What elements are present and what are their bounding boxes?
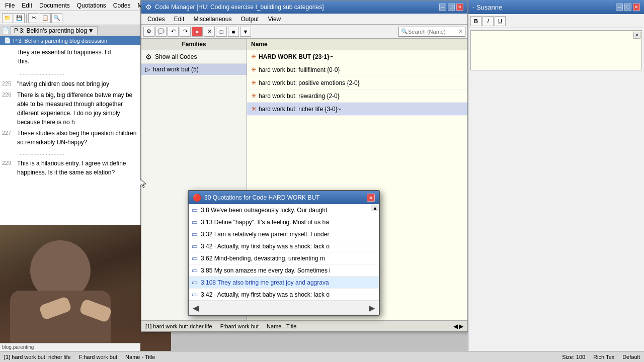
quote-icon-7: ▭ bbox=[192, 291, 198, 298]
cm-tool-2[interactable]: 💬 bbox=[155, 27, 167, 37]
toolbar-btn-2[interactable]: 💾 bbox=[14, 13, 25, 23]
line-225: 225 bbox=[2, 79, 17, 88]
dialog-nav-left[interactable]: ◀ bbox=[193, 303, 199, 313]
menu-codes[interactable]: Codes bbox=[110, 1, 134, 10]
right-tool-italic[interactable]: I bbox=[482, 16, 494, 26]
cm-status-bar: [1] hard work but: richer life F:hard wo… bbox=[141, 320, 467, 331]
quote-icon-5: ▭ bbox=[192, 266, 198, 274]
status-item-2: F:hard work but bbox=[79, 354, 117, 360]
family-label: hard work but (5) bbox=[153, 66, 199, 73]
status-scroll-left[interactable]: ◀ bbox=[453, 323, 458, 330]
doc-selector[interactable]: P 3: Belkin's parenting blog ▼ bbox=[11, 26, 98, 35]
doc-active-tab[interactable]: 📄 P 3: Belkin's parenting blog discussio… bbox=[0, 36, 140, 45]
quote-item-5[interactable]: ▭ 3:85 My son amazes me every day. Somet… bbox=[189, 264, 379, 277]
right-panel: - Susanne ─ □ ✕ B I U ✕ bbox=[468, 0, 644, 362]
doc-para-intro: they are essential to happiness. I'dthis… bbox=[2, 48, 138, 66]
app-status-bar: [1] hard work but: richer life F:hard wo… bbox=[0, 351, 644, 362]
status-richtext: Rich Tex bbox=[593, 354, 614, 360]
doc-para-225: 225 "having children does not bring joy bbox=[2, 79, 138, 88]
search-clear-icon[interactable]: ✕ bbox=[458, 28, 463, 35]
quotations-dialog: 🔴 30 Quotations for Code HARD WORK BUT ✕… bbox=[188, 190, 380, 316]
cm-tool-1[interactable]: ⚙ bbox=[143, 27, 154, 37]
cm-menu-misc[interactable]: Miscellaneous bbox=[189, 15, 235, 24]
doc-para-226: 226 There is a big, big difference betwe… bbox=[2, 90, 138, 127]
code-item-1[interactable]: ✳ hard work but: fullifllment {0-0} bbox=[247, 63, 467, 76]
code-icon-3: ✳ bbox=[251, 92, 257, 100]
cm-tool-4[interactable]: ↷ bbox=[180, 27, 191, 37]
quote-item-1[interactable]: ▭ 3:13 Define "happy". It's a feeling. M… bbox=[189, 216, 379, 228]
show-all-codes-btn[interactable]: ⚙ Show all Codes bbox=[141, 50, 247, 64]
quote-text-5: 3:85 My son amazes me every day. Sometim… bbox=[201, 267, 331, 274]
right-close-btn[interactable]: ✕ bbox=[633, 4, 640, 11]
right-tool-underline[interactable]: U bbox=[495, 16, 506, 26]
quote-icon-3: ▭ bbox=[192, 242, 198, 250]
quote-text-2: 3:32 I am a relatively new parent myself… bbox=[201, 231, 329, 238]
cm-close-btn[interactable]: ✕ bbox=[456, 4, 463, 11]
status-scroll-right[interactable]: ▶ bbox=[459, 323, 463, 330]
cm-menu-output[interactable]: Output bbox=[236, 15, 263, 24]
menu-edit[interactable]: Edit bbox=[19, 1, 35, 10]
doc-tab-icon: 📄 bbox=[4, 37, 11, 44]
cm-maximize-btn[interactable]: □ bbox=[448, 4, 455, 11]
cm-status-2: F:hard work but bbox=[220, 323, 259, 329]
code-item-0[interactable]: ✳ HARD WORK BUT {23-1}~ bbox=[247, 50, 467, 63]
search-container: 🔍 ✕ bbox=[398, 27, 465, 37]
search-icon: 🔍 bbox=[401, 28, 408, 35]
dialog-nav-right[interactable]: ▶ bbox=[369, 303, 375, 313]
cm-tool-3[interactable]: ↶ bbox=[168, 27, 179, 37]
toolbar-btn-4[interactable]: 📋 bbox=[40, 13, 51, 23]
quote-item-0[interactable]: ▭ 3:8 We've been outrageously lucky. Our… bbox=[189, 204, 379, 216]
cm-menu-codes[interactable]: Codes bbox=[143, 15, 169, 24]
code-item-4[interactable]: ✳ hard work but: richer life {3-0}~ bbox=[247, 103, 467, 116]
cm-menu-view[interactable]: View bbox=[264, 15, 285, 24]
doc-para-227: 227 These studies also beg the question … bbox=[2, 129, 138, 147]
cm-status-3: Name - Title bbox=[267, 323, 296, 329]
doc-footer: blog.parenting bbox=[0, 343, 140, 351]
dialog-title-bar: 🔴 30 Quotations for Code HARD WORK BUT ✕ bbox=[189, 191, 379, 204]
family-item-hard-work[interactable]: ▷ hard work but (5) bbox=[141, 64, 247, 75]
quote-icon-2: ▭ bbox=[192, 230, 198, 238]
show-all-label: Show all Codes bbox=[155, 53, 197, 60]
code-name-3: hard work but: rewarding {2-0} bbox=[259, 93, 340, 100]
doc-content: they are essential to happiness. I'dthis… bbox=[0, 45, 140, 256]
app-toolbar: 📁 💾 ✂ 📋 🔍 bbox=[0, 11, 140, 25]
toolbar-btn-5[interactable]: 🔍 bbox=[51, 13, 62, 23]
code-item-2[interactable]: ✳ hard work but: positive emotions {2-0} bbox=[247, 76, 467, 89]
quote-text-6: 3:108 They also bring me great joy and a… bbox=[201, 279, 329, 286]
quote-item-7[interactable]: ▭ 3:42 · Actually, my first baby was a s… bbox=[189, 289, 379, 301]
cm-tool-6[interactable]: ✕ bbox=[204, 27, 215, 37]
quote-text-3: 3:42 · Actually, my first baby was a sho… bbox=[201, 243, 330, 250]
cm-menu-edit[interactable]: Edit bbox=[170, 15, 189, 24]
quote-item-3[interactable]: ▭ 3:42 · Actually, my first baby was a s… bbox=[189, 240, 379, 252]
cm-tool-8[interactable]: ■ bbox=[228, 27, 239, 37]
toolbar-btn-1[interactable]: 📁 bbox=[2, 13, 13, 23]
doc-tab-bar: 📄 P 3: Belkin's parenting blog ▼ bbox=[0, 25, 140, 36]
menu-documents[interactable]: Documents bbox=[36, 1, 73, 10]
doc-dropdown-icon[interactable]: ▼ bbox=[88, 27, 94, 34]
toolbar-btn-3[interactable]: ✂ bbox=[28, 13, 39, 23]
cm-tool-9[interactable]: ▼ bbox=[240, 27, 251, 37]
quote-item-6[interactable]: ▭ 3:108 They also bring me great joy and… bbox=[189, 277, 379, 289]
right-memo-close[interactable]: ✕ bbox=[633, 32, 640, 39]
cm-tool-5[interactable]: ● bbox=[192, 27, 203, 37]
codelist-header: Name bbox=[247, 39, 467, 50]
menu-file[interactable]: File bbox=[2, 1, 18, 10]
dialog-close-btn[interactable]: ✕ bbox=[367, 194, 375, 202]
quote-icon-6: ▭ bbox=[192, 279, 198, 286]
cm-tool-7[interactable]: □ bbox=[216, 27, 227, 37]
cm-title-bar: ⚙ Code Manager [HU: Coding exercise I_bu… bbox=[141, 1, 467, 14]
search-input[interactable] bbox=[408, 29, 458, 35]
right-tool-bold[interactable]: B bbox=[470, 16, 481, 26]
cm-toolbar: ⚙ 💬 ↶ ↷ ● ✕ □ ■ ▼ 🔍 ✕ bbox=[141, 25, 467, 39]
right-minimize-btn[interactable]: ─ bbox=[616, 4, 623, 11]
quote-item-2[interactable]: ▭ 3:32 I am a relatively new parent myse… bbox=[189, 228, 379, 240]
right-maximize-btn[interactable]: □ bbox=[624, 4, 631, 11]
cm-minimize-btn[interactable]: ─ bbox=[439, 4, 446, 11]
family-filter-icon: ▷ bbox=[145, 66, 150, 73]
code-item-3[interactable]: ✳ hard work but: rewarding {2-0} bbox=[247, 89, 467, 103]
right-memo: ✕ bbox=[470, 30, 642, 70]
menu-quotations[interactable]: Quotations bbox=[74, 1, 109, 10]
quote-item-4[interactable]: ▭ 3:62 Mind-bending, devastating, unrele… bbox=[189, 252, 379, 264]
quote-icon-0: ▭ bbox=[192, 206, 198, 214]
quote-scroll-up[interactable]: ▲ bbox=[371, 204, 379, 211]
